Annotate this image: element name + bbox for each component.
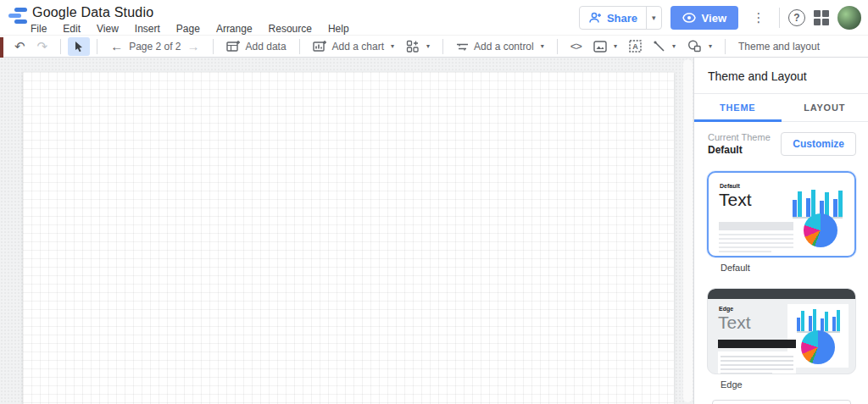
image-icon (593, 41, 607, 53)
current-theme-label: Current Theme (708, 132, 771, 142)
canvas-workspace[interactable] (0, 58, 693, 404)
customize-button[interactable]: Customize (781, 132, 856, 156)
theme-layout-panel: Theme and Layout THEME LAYOUT Current Th… (693, 58, 868, 404)
select-tool-button[interactable] (68, 37, 90, 56)
cursor-icon (74, 41, 84, 53)
theme-preview-paragraph-lines (718, 351, 796, 374)
community-viz-icon (406, 40, 420, 53)
shape-button[interactable]: ▾ (682, 37, 718, 56)
tab-theme[interactable]: THEME (694, 94, 782, 121)
caret-down-icon: ▾ (709, 42, 712, 50)
view-button[interactable]: View (670, 6, 738, 30)
filter-control-icon (456, 42, 469, 52)
theme-layout-label: Theme and layout (738, 41, 820, 53)
undo-button[interactable]: ↶ (8, 37, 31, 56)
line-icon (654, 41, 665, 53)
caret-down-icon: ▾ (391, 42, 394, 50)
shape-icon (687, 40, 702, 53)
edge-header-bar (708, 289, 855, 299)
user-avatar[interactable] (837, 6, 861, 30)
header-divider (779, 8, 780, 28)
question-icon: ? (793, 12, 799, 24)
theme-preview-paragraph-block (718, 340, 796, 348)
screen-edge-artifact (0, 37, 3, 58)
panel-tabs: THEME LAYOUT (694, 94, 868, 122)
app-title: Google Data Studio (32, 5, 153, 20)
view-label: View (702, 12, 726, 25)
data-studio-logo-icon[interactable] (8, 8, 27, 26)
url-embed-button[interactable]: <> (565, 37, 587, 56)
add-data-label: Add data (246, 41, 287, 53)
add-data-icon (226, 40, 241, 53)
share-dropdown-caret[interactable]: ▾ (646, 7, 661, 29)
undo-icon: ↶ (14, 40, 25, 53)
apps-grid-button[interactable] (814, 10, 829, 25)
theme-preview-title: Default (720, 183, 740, 189)
report-page-canvas[interactable] (23, 72, 674, 404)
menu-view[interactable]: View (97, 23, 119, 35)
theme-preview-bar-chart (797, 307, 840, 333)
theme-preview-paragraph-block (719, 222, 793, 230)
menu-insert[interactable]: Insert (135, 23, 160, 35)
add-chart-icon (313, 40, 327, 53)
tab-layout[interactable]: LAYOUT (782, 94, 868, 121)
redo-button[interactable]: ↷ (31, 37, 54, 56)
extract-theme-button[interactable]: Extract theme from image (712, 400, 851, 404)
share-button[interactable]: Share ▾ (579, 6, 662, 30)
caret-down-icon: ▾ (541, 42, 544, 50)
theme-card-edge[interactable]: Edge Text (707, 288, 856, 374)
vertical-scrollbar[interactable] (683, 59, 693, 402)
person-add-icon (588, 12, 602, 24)
theme-name-default: Default (707, 261, 855, 273)
three-dots-icon: ⋮ (753, 10, 765, 25)
add-chart-label: Add a chart (332, 41, 384, 53)
image-button[interactable]: ▾ (587, 37, 623, 56)
menu-edit[interactable]: Edit (63, 23, 81, 35)
theme-preview-title: Edge (719, 306, 733, 312)
theme-preview-pie-chart (804, 213, 837, 247)
overflow-menu-button[interactable]: ⋮ (747, 6, 771, 30)
caret-down-icon: ▾ (426, 42, 430, 50)
menu-help[interactable]: Help (328, 23, 349, 35)
previous-page-button[interactable]: ← (104, 37, 129, 56)
eye-icon (682, 13, 696, 23)
line-button[interactable]: ▾ (648, 37, 682, 56)
menu-resource[interactable]: Resource (269, 23, 312, 35)
embed-icon: <> (570, 40, 581, 53)
current-theme-value: Default (708, 144, 771, 156)
arrow-right-icon: → (187, 40, 200, 53)
menu-bar: File Edit View Insert Page Arrange Resou… (31, 23, 349, 35)
theme-preview-pie-chart (801, 330, 835, 364)
theme-preview-text: Text (718, 313, 751, 333)
share-label: Share (607, 12, 637, 25)
arrow-left-icon: ← (110, 40, 123, 53)
theme-name-edge: Edge (707, 378, 855, 390)
add-chart-button[interactable]: Add a chart ▾ (307, 37, 400, 56)
caret-down-icon: ▾ (652, 14, 656, 22)
caret-down-icon: ▾ (672, 42, 676, 50)
menu-arrange[interactable]: Arrange (216, 23, 253, 35)
text-box-icon: A (629, 40, 642, 53)
theme-layout-button[interactable]: Theme and layout (732, 37, 826, 56)
redo-icon: ↷ (37, 40, 48, 53)
next-page-button[interactable]: → (181, 37, 206, 56)
svg-text:A: A (632, 42, 638, 51)
theme-preview-text: Text (719, 190, 752, 210)
toolbar: ↶ ↷ ← Page 2 of 2 → Add data Add a chart… (0, 36, 868, 58)
panel-title: Theme and Layout (694, 58, 868, 94)
app-header: Google Data Studio File Edit View Insert… (0, 0, 868, 36)
theme-preview-paragraph-lines (719, 234, 793, 255)
add-control-button[interactable]: Add a control ▾ (450, 37, 550, 56)
help-button[interactable]: ? (788, 9, 805, 26)
text-button[interactable]: A (623, 37, 648, 56)
menu-page[interactable]: Page (176, 23, 200, 35)
community-visualizations-button[interactable]: ▾ (400, 37, 436, 56)
add-control-label: Add a control (474, 41, 534, 53)
page-indicator: Page 2 of 2 (129, 41, 181, 53)
theme-card-default[interactable]: Default Text (707, 171, 856, 257)
add-data-button[interactable]: Add data (220, 37, 292, 56)
caret-down-icon: ▾ (614, 42, 617, 50)
menu-file[interactable]: File (31, 23, 47, 35)
